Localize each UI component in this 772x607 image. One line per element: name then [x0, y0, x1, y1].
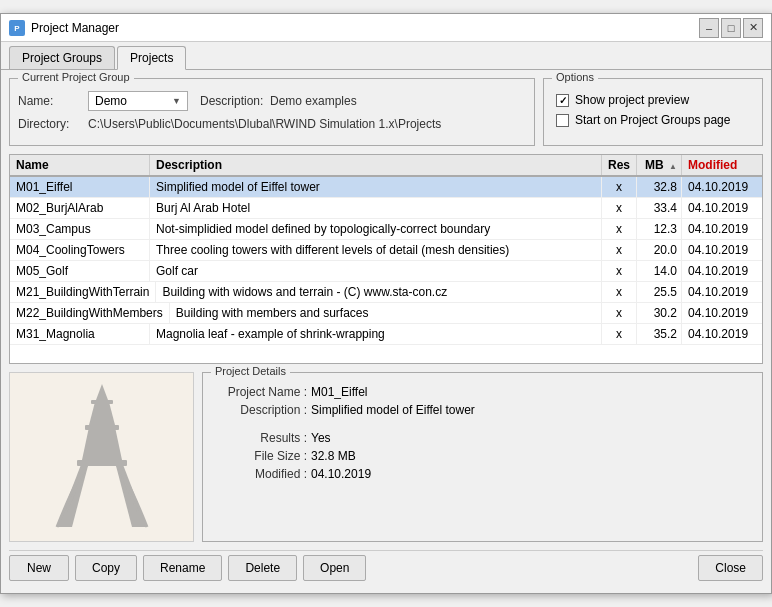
close-button-group: Close [698, 555, 763, 581]
cell-modified: 04.10.2019 [682, 324, 762, 344]
open-button[interactable]: Open [303, 555, 366, 581]
cell-mb: 32.8 [637, 177, 682, 197]
col-header-name: Name [10, 155, 150, 175]
table-row[interactable]: M02_BurjAlArab Burj Al Arab Hotel x 33.4… [10, 198, 762, 219]
action-buttons: New Copy Rename Delete Open [9, 555, 366, 581]
show-preview-row[interactable]: Show project preview [556, 93, 750, 107]
bottom-section: Project Details Project Name : M01_Eiffe… [9, 372, 763, 542]
svg-marker-9 [96, 384, 108, 400]
cell-res: x [602, 324, 637, 344]
cell-description: Building with members and surfaces [170, 303, 602, 323]
project-preview [9, 372, 194, 542]
cell-modified: 04.10.2019 [682, 219, 762, 239]
sort-arrow-icon: ▲ [669, 162, 677, 171]
cell-description: Three cooling towers with different leve… [150, 240, 602, 260]
description-value: Demo examples [270, 94, 357, 108]
detail-description-value: Simplified model of Eiffel tower [311, 403, 475, 417]
cell-name: M31_Magnolia [10, 324, 150, 344]
table-row[interactable]: M04_CoolingTowers Three cooling towers w… [10, 240, 762, 261]
directory-value: C:\Users\Public\Documents\Dlubal\RWIND S… [88, 117, 441, 131]
cell-res: x [602, 261, 637, 281]
detail-results-value: Yes [311, 431, 331, 445]
current-project-group-title: Current Project Group [18, 71, 134, 83]
table-row[interactable]: M05_Golf Golf car x 14.0 04.10.2019 [10, 261, 762, 282]
start-on-row[interactable]: Start on Project Groups page [556, 113, 750, 127]
window-title: Project Manager [31, 21, 119, 35]
table-header: Name Description Res MB ▲ Modified [10, 155, 762, 177]
col-header-mb: MB ▲ [637, 155, 682, 175]
tab-projects[interactable]: Projects [117, 46, 186, 70]
detail-filesize-label: File Size : [211, 449, 311, 463]
new-button[interactable]: New [9, 555, 69, 581]
cell-name: M21_BuildingWithTerrain [10, 282, 156, 302]
detail-description-label: Description : [211, 403, 311, 417]
cell-description: Burj Al Arab Hotel [150, 198, 602, 218]
directory-label: Directory: [18, 117, 88, 131]
cell-modified: 04.10.2019 [682, 282, 762, 302]
delete-button[interactable]: Delete [228, 555, 297, 581]
tab-bar: Project Groups Projects [1, 42, 771, 70]
close-button[interactable]: Close [698, 555, 763, 581]
svg-rect-8 [91, 400, 113, 404]
details-content: Project Name : M01_Eiffel Description : … [211, 377, 754, 481]
cell-mb: 20.0 [637, 240, 682, 260]
name-row: Name: Demo ▼ Description: Demo examples [18, 91, 526, 111]
minimize-button[interactable]: – [699, 18, 719, 38]
start-on-label: Start on Project Groups page [575, 113, 730, 127]
show-preview-label: Show project preview [575, 93, 689, 107]
cell-modified: 04.10.2019 [682, 177, 762, 197]
col-header-res: Res [602, 155, 637, 175]
button-bar: New Copy Rename Delete Open Close [9, 550, 763, 585]
cell-name: M01_Eiffel [10, 177, 150, 197]
cell-mb: 33.4 [637, 198, 682, 218]
svg-text:P: P [14, 24, 20, 33]
detail-description-row: Description : Simplified model of Eiffel… [211, 403, 754, 417]
copy-button[interactable]: Copy [75, 555, 137, 581]
table-row[interactable]: M31_Magnolia Magnolia leaf - example of … [10, 324, 762, 345]
start-on-checkbox[interactable] [556, 114, 569, 127]
svg-marker-5 [82, 427, 122, 460]
name-select[interactable]: Demo ▼ [88, 91, 188, 111]
rename-button[interactable]: Rename [143, 555, 222, 581]
cell-mb: 35.2 [637, 324, 682, 344]
table-row[interactable]: M01_Eiffel Simplified model of Eiffel to… [10, 177, 762, 198]
cell-mb: 25.5 [637, 282, 682, 302]
cell-description: Magnolia leaf - example of shrink-wrappi… [150, 324, 602, 344]
cell-modified: 04.10.2019 [682, 261, 762, 281]
cell-name: M03_Campus [10, 219, 150, 239]
table-row[interactable]: M22_BuildingWithMembers Building with me… [10, 303, 762, 324]
cell-description: Golf car [150, 261, 602, 281]
title-bar-left: P Project Manager [9, 20, 119, 36]
cell-modified: 04.10.2019 [682, 198, 762, 218]
top-section: Current Project Group Name: Demo ▼ Descr… [9, 78, 763, 146]
detail-project-name-value: M01_Eiffel [311, 385, 367, 399]
projects-table[interactable]: Name Description Res MB ▲ Modified M01_E… [9, 154, 763, 364]
detail-results-row: Results : Yes [211, 431, 754, 445]
title-bar: P Project Manager – □ ✕ [1, 14, 771, 42]
cell-mb: 30.2 [637, 303, 682, 323]
detail-modified-label: Modified : [211, 467, 311, 481]
cell-description: Simplified model of Eiffel tower [150, 177, 602, 197]
detail-modified-value: 04.10.2019 [311, 467, 371, 481]
show-preview-checkbox[interactable] [556, 94, 569, 107]
table-row[interactable]: M21_BuildingWithTerrain Building with wi… [10, 282, 762, 303]
maximize-button[interactable]: □ [721, 18, 741, 38]
window-controls: – □ ✕ [699, 18, 763, 38]
detail-modified-row: Modified : 04.10.2019 [211, 467, 754, 481]
cell-name: M04_CoolingTowers [10, 240, 150, 260]
svg-marker-7 [89, 402, 115, 425]
svg-rect-4 [77, 460, 127, 466]
table-row[interactable]: M03_Campus Not-simplidied model defined … [10, 219, 762, 240]
project-details-title: Project Details [211, 365, 290, 377]
main-content: Current Project Group Name: Demo ▼ Descr… [1, 70, 771, 593]
cell-description: Building with widows and terrain - (C) w… [156, 282, 602, 302]
table-body: M01_Eiffel Simplified model of Eiffel to… [10, 177, 762, 345]
close-window-button[interactable]: ✕ [743, 18, 763, 38]
detail-filesize-value: 32.8 MB [311, 449, 356, 463]
cell-name: M22_BuildingWithMembers [10, 303, 170, 323]
detail-filesize-row: File Size : 32.8 MB [211, 449, 754, 463]
tab-project-groups[interactable]: Project Groups [9, 46, 115, 69]
app-icon: P [9, 20, 25, 36]
col-header-description: Description [150, 155, 602, 175]
select-arrow-icon: ▼ [172, 96, 181, 106]
